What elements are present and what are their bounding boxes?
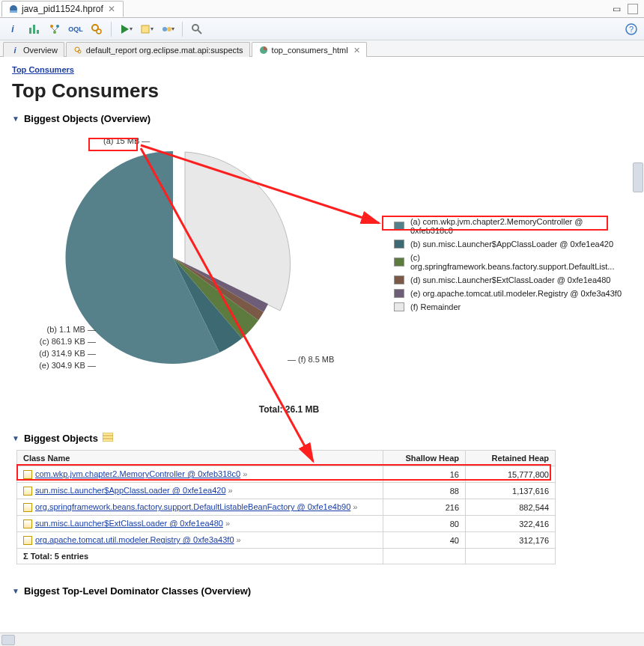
breadcrumb: Top Consumers [12,64,634,75]
legend-item: (c) org.springframework.beans.factory.su… [394,253,626,271]
col-shallow-heap[interactable]: Shallow Heap [383,451,466,466]
editor-tab[interactable]: java_pid11524.hprof ✕ [1,1,124,17]
collapse-icon: ▼ [12,434,19,442]
class-icon [23,519,32,528]
maximize-icon[interactable] [628,4,638,14]
pie-label-e: (e) 304.9 KB — [27,361,96,370]
table-row[interactable]: com.wkp.jvm.chapter2.MemoryController @ … [17,466,556,483]
section-dominator-classes[interactable]: ▼ Biggest Top-Level Dominator Classes (O… [12,585,634,597]
svg-text:?: ? [629,25,634,34]
tab-label: default_report org.eclipse.mat.api:suspe… [86,46,243,55]
cell-shallow: 40 [383,532,466,549]
cell-retained: 322,416 [466,516,556,532]
class-icon [23,536,32,545]
class-icon [23,487,32,496]
tree-icon[interactable] [48,22,61,36]
table-icon [103,433,113,444]
section-label: Biggest Objects (Overview) [24,113,151,124]
help-icon[interactable]: ? [625,22,638,36]
tab-default-report[interactable]: default_report org.eclipse.mat.api:suspe… [66,42,250,57]
pie-label-a: (a) 15 MB — [103,136,150,145]
toolbar: i OQL ▾ ▾ ▾ ? [0,18,644,40]
cell-retained: 15,777,800 [466,466,556,483]
cell-shallow: 88 [383,483,466,499]
cell-class-name: org.apache.tomcat.util.modeler.Registry … [17,532,383,549]
tab-label: Overview [23,46,58,55]
cell-shallow: 16 [383,466,466,483]
svg-rect-2 [29,28,31,34]
legend-item: (e) org.apache.tomcat.util.modeler.Regis… [394,289,626,298]
cell-class-name: com.wkp.jvm.chapter2.MemoryController @ … [17,466,383,483]
cell-shallow: 80 [383,516,466,532]
class-link[interactable]: com.wkp.jvm.chapter2.MemoryController @ … [35,469,240,478]
tab-top-consumers[interactable]: top_consumers_html ✕ [252,42,367,57]
svg-rect-10 [142,25,149,33]
section-biggest-objects[interactable]: ▼ Biggest Objects [12,433,634,444]
compare-icon[interactable]: ▾ [161,22,174,36]
class-link[interactable]: sun.misc.Launcher$ExtClassLoader @ 0xfe1… [35,519,223,528]
pie-label-b: (b) 1.1 MB — [36,325,96,334]
cell-class-name: org.springframework.beans.factory.suppor… [17,499,383,516]
pie-legend: (a) com.wkp.jvm.chapter2.MemoryControlle… [394,217,626,316]
tab-label: top_consumers_html [272,46,348,55]
svg-point-9 [97,29,101,34]
class-link[interactable]: org.apache.tomcat.util.modeler.Registry … [35,535,234,544]
svg-point-17 [75,47,79,52]
svg-line-14 [198,30,201,34]
section-biggest-objects-overview[interactable]: ▼ Biggest Objects (Overview) [12,113,634,124]
legend-item: (f) Remainder [394,302,626,311]
info-icon[interactable]: i [6,22,19,36]
run-icon[interactable]: ▾ [119,22,133,36]
pie-label-c: (c) 861.9 KB — [27,337,96,346]
separator [111,22,112,37]
query-icon[interactable]: ▾ [140,22,154,36]
vertical-scrollbar[interactable] [632,58,644,633]
search-icon[interactable] [190,22,204,36]
window-controls: ▭ [613,4,644,14]
pie-label-f: — (f) 8.5 MB [288,355,334,364]
collapse-icon: ▼ [12,115,19,123]
svg-point-5 [50,25,53,28]
close-icon[interactable]: ✕ [106,4,117,14]
cell-shallow: 216 [383,499,466,516]
section-label: Biggest Top-Level Dominator Classes (Ove… [24,585,251,597]
oql-icon[interactable]: OQL [69,22,82,36]
horizontal-scrollbar[interactable] [0,633,644,646]
col-retained-heap[interactable]: Retained Heap [466,451,556,466]
scrollbar-thumb[interactable] [633,162,643,192]
table-row[interactable]: org.apache.tomcat.util.modeler.Registry … [17,532,556,549]
col-class-name[interactable]: Class Name [17,451,383,466]
cell-class-name: sun.misc.Launcher$ExtClassLoader @ 0xfe1… [17,516,383,532]
info-icon: i [10,45,20,55]
page-title: Top Consumers [12,79,634,103]
class-icon [23,503,32,512]
breadcrumb-link[interactable]: Top Consumers [12,65,74,74]
class-icon [23,470,32,479]
heap-file-icon [8,4,19,14]
gears-icon[interactable] [90,22,103,36]
table-total: Σ Total: 5 entries [17,549,383,564]
table-row[interactable]: org.springframework.beans.factory.suppor… [17,499,556,516]
pie-label-d: (d) 314.9 KB — [27,349,96,358]
cell-retained: 312,176 [466,532,556,549]
histogram-icon[interactable] [27,22,40,36]
cell-retained: 1,137,616 [466,483,556,499]
table-row[interactable]: sun.misc.Launcher$ExtClassLoader @ 0xfe1… [17,516,556,532]
separator [182,22,183,37]
cell-class-name: sun.misc.Launcher$AppClassLoader @ 0xfe1… [17,483,383,499]
pie-chart-area: (a) 15 MB — — (f) 8.5 MB (b) 1.1 MB — (c… [19,130,626,407]
content-area: Top Consumers Top Consumers ▼ Biggest Ob… [0,57,644,645]
class-link[interactable]: org.springframework.beans.factory.suppor… [35,502,350,511]
svg-rect-20 [103,433,113,442]
close-icon[interactable]: ✕ [351,46,360,55]
tab-overview[interactable]: i Overview [3,42,64,57]
class-link[interactable]: sun.misc.Launcher$AppClassLoader @ 0xfe1… [35,486,226,495]
table-row[interactable]: sun.misc.Launcher$AppClassLoader @ 0xfe1… [17,483,556,499]
scrollbar-thumb[interactable] [1,635,15,645]
legend-item: (d) sun.misc.Launcher$ExtClassLoader @ 0… [394,275,626,284]
svg-point-7 [53,31,56,34]
cell-retained: 882,544 [466,499,556,516]
editor-tab-title: java_pid11524.hprof [22,4,103,14]
editor-tab-row: java_pid11524.hprof ✕ ▭ [0,0,644,18]
minimize-icon[interactable]: ▭ [613,4,623,14]
